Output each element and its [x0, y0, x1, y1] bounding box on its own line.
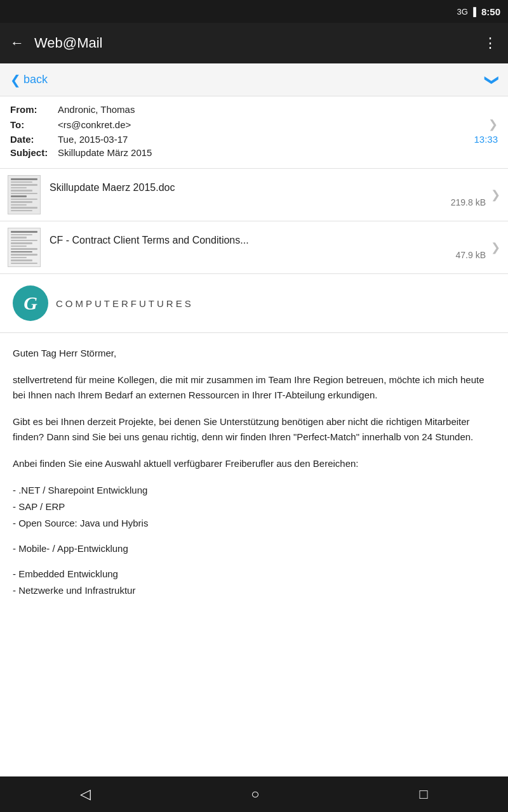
status-bar: 3G ▐ 8:50 — [0, 0, 508, 23]
greeting: Guten Tag Herr Störmer, — [13, 346, 495, 361]
attachment-item-2[interactable]: CF - Contract Client Terms and Condition… — [0, 221, 508, 274]
attachment-arrow-icon-1: ❯ — [491, 188, 500, 202]
to-row: To: <rs@conkret.de> ❯ — [10, 117, 498, 131]
time-value: 13:33 — [474, 134, 498, 145]
company-name: COMPUTERFUTURES — [56, 298, 194, 309]
date-value: Tue, 2015-03-17 — [58, 134, 469, 145]
email-header: From: Andronic, Thomas To: <rs@conkret.d… — [0, 96, 508, 169]
from-value: Andronic, Thomas — [58, 104, 498, 115]
battery-icon: ▐ — [471, 7, 476, 16]
attachment-arrow-icon-2: ❯ — [491, 240, 500, 254]
to-label: To: — [10, 119, 58, 130]
attachment-name-2: CF - Contract Client Terms and Condition… — [50, 235, 486, 246]
date-label: Date: — [10, 134, 58, 145]
app-bar-title: Web@Mail — [34, 35, 473, 51]
subject-label: Subject: — [10, 147, 58, 158]
list-item-1: - .NET / Sharepoint Entwicklung — [13, 483, 495, 498]
back-label: back — [23, 73, 48, 86]
status-icons: 3G ▐ 8:50 — [457, 6, 500, 17]
attachment-item-1[interactable]: Skillupdate Maerz 2015.doc 219.8 kB ❯ — [0, 169, 508, 221]
attachment-size-2: 47.9 kB — [50, 250, 486, 260]
logo-letter: G — [23, 292, 37, 314]
email-body-container: G COMPUTERFUTURES Guten Tag Herr Störmer… — [0, 274, 508, 612]
app-bar: ← Web@Mail ⋮ — [0, 23, 508, 63]
back-button[interactable]: ❮ back — [10, 72, 48, 88]
from-row: From: Andronic, Thomas — [10, 104, 498, 115]
paragraph-2: Gibt es bei Ihnen derzeit Projekte, bei … — [13, 414, 495, 445]
nav-bar: ❮ back ❯ — [0, 63, 508, 96]
list-item-5: - Embedded Entwicklung — [13, 566, 495, 582]
list-item-6: - Netzwerke und Infrastruktur — [13, 583, 495, 598]
nav-recent-button[interactable]: □ — [407, 781, 441, 808]
attachment-name-1: Skillupdate Maerz 2015.doc — [50, 182, 486, 193]
chevron-left-icon: ❮ — [10, 72, 21, 88]
from-label: From: — [10, 104, 58, 115]
subject-value: Skillupdate März 2015 — [58, 147, 498, 158]
signal-icon: 3G — [457, 7, 467, 16]
nav-home-button[interactable]: ○ — [238, 781, 272, 808]
list-item-3: - Open Source: Java und Hybris — [13, 516, 495, 531]
attachment-size-1: 219.8 kB — [50, 197, 486, 207]
time-display: 8:50 — [481, 6, 500, 17]
email-body: Guten Tag Herr Störmer, stellvertretend … — [0, 333, 508, 612]
to-value: <rs@conkret.de> — [58, 119, 488, 130]
list-item-2: - SAP / ERP — [13, 499, 495, 514]
paragraph-1: stellvertretend für meine Kollegen, die … — [13, 372, 495, 403]
more-options-button[interactable]: ⋮ — [483, 35, 498, 51]
bottom-nav: ◁ ○ □ — [0, 776, 508, 812]
subject-row: Subject: Skillupdate März 2015 — [10, 147, 498, 158]
list-item-4: - Mobile- / App-Entwicklung — [13, 541, 495, 556]
nav-back-button[interactable]: ◁ — [67, 781, 104, 808]
attachment-info-1: Skillupdate Maerz 2015.doc 219.8 kB — [50, 182, 486, 207]
date-row: Date: Tue, 2015-03-17 13:33 — [10, 134, 498, 145]
chevron-down-icon[interactable]: ❯ — [484, 74, 500, 86]
to-expand-icon[interactable]: ❯ — [488, 117, 498, 131]
paragraph-3: Anbei finden Sie eine Auswahl aktuell ve… — [13, 456, 495, 471]
company-logo-circle: G — [13, 285, 48, 321]
attachment-info-2: CF - Contract Client Terms and Condition… — [50, 235, 486, 260]
app-bar-back-button[interactable]: ← — [10, 35, 24, 51]
company-logo-bar: G COMPUTERFUTURES — [0, 274, 508, 333]
attachment-thumbnail-1 — [8, 175, 41, 214]
attachment-thumbnail-2 — [8, 228, 41, 267]
